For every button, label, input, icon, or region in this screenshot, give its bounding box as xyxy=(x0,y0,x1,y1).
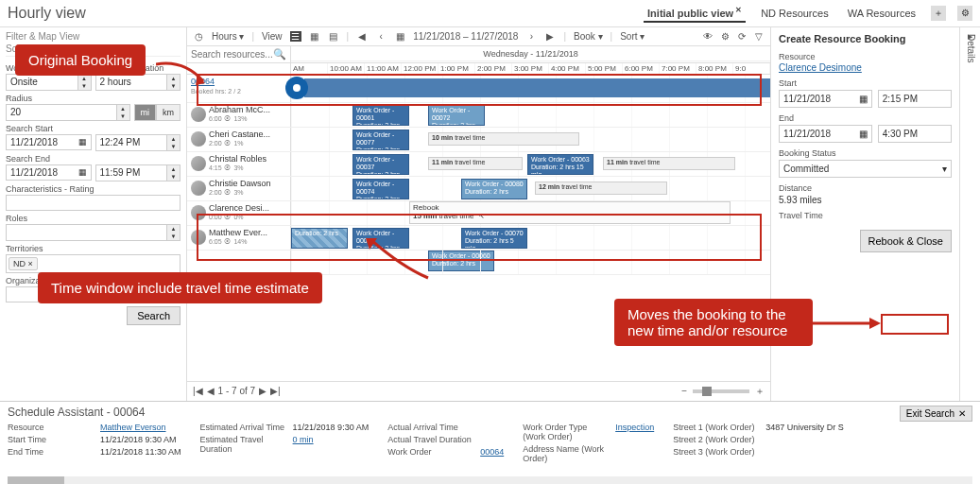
view-list-icon[interactable]: ☰ xyxy=(290,31,301,42)
time-slot: 1:00 PM xyxy=(438,63,475,74)
work-order-bar[interactable]: Work Order - 00061Duration: 2 hrs xyxy=(352,105,409,126)
d-resource-link[interactable]: Matthew Everson xyxy=(100,423,166,432)
calendar-icon[interactable]: ▦ xyxy=(859,129,868,139)
unit-km[interactable]: km xyxy=(156,104,181,121)
schedule-row[interactable]: Cheri Castane... 2:00 ⦿ 1%Work Order - 0… xyxy=(187,128,770,152)
schedule-row[interactable]: Christie Dawson 2:00 ⦿ 3%Work Order - 00… xyxy=(187,177,770,201)
d-wotype-link[interactable]: Inspection xyxy=(615,423,654,441)
zoom-slider[interactable] xyxy=(693,389,749,393)
schedule-row[interactable]: Clarence Desi... 0:00 ⦿ 0%Rebook15 min t… xyxy=(187,201,770,226)
resource-name: Abraham McC... xyxy=(209,106,270,114)
nav-last-icon[interactable]: ▶ xyxy=(544,31,556,42)
travel-band[interactable]: 10 min travel time xyxy=(428,132,579,146)
view-map-icon[interactable]: ▤ xyxy=(328,31,339,42)
territory-tag[interactable]: ND × xyxy=(9,257,38,270)
close-icon[interactable]: ✕ xyxy=(735,6,742,14)
gear-icon[interactable]: ⚙ xyxy=(719,31,731,42)
filter-header: Filter & Map View xyxy=(6,31,181,42)
d-estarr-label: Estimated Arrival Time xyxy=(200,423,287,432)
resource-link[interactable]: Clarence Desimone xyxy=(779,62,862,73)
avatar xyxy=(191,156,206,171)
search-start-date[interactable]: 11/21/2018▦ xyxy=(6,134,92,150)
search-icon[interactable]: 🔍 xyxy=(273,48,286,60)
start-date-input[interactable]: 11/21/2018▦ xyxy=(779,90,872,108)
callout-original-booking: Original Booking xyxy=(15,44,146,76)
zoom-in-icon[interactable]: ＋ xyxy=(755,385,765,398)
work-order-bar[interactable]: Work Order - 00063Duration: 2 hrs 15 min xyxy=(527,154,593,175)
search-start-time[interactable]: 12:24 PM▲▼ xyxy=(95,134,181,151)
pager-last-icon[interactable]: ▶| xyxy=(270,386,281,396)
d-street3-label: Street 3 (Work Order) xyxy=(673,447,760,457)
pager-prev-icon[interactable]: ◀ xyxy=(207,386,215,396)
clock-icon[interactable]: ◷ xyxy=(193,31,204,42)
details-title: Schedule Assistant - 00064 xyxy=(8,406,972,419)
view-grid-icon[interactable]: ▦ xyxy=(309,31,320,42)
booking-marker[interactable] xyxy=(285,77,308,99)
radius-input[interactable]: 20▲▼ xyxy=(6,104,130,121)
territories-label: Territories xyxy=(6,244,181,253)
details-tab[interactable]: ▶ xyxy=(959,27,980,401)
schedule-row[interactable]: Matthew Ever... 6:05 ⦿ 14%Duration: 2 hr… xyxy=(187,226,770,251)
search-button[interactable]: Search xyxy=(127,306,181,325)
nav-prev-icon[interactable]: ‹ xyxy=(375,31,387,42)
work-location-select[interactable]: Onsite▲▼ xyxy=(6,74,92,91)
search-input[interactable] xyxy=(191,49,273,60)
characteristics-input[interactable] xyxy=(6,195,181,211)
roles-select[interactable]: ▲▼ xyxy=(6,224,181,241)
end-time-input[interactable]: 4:30 PM xyxy=(878,125,952,143)
start-label: Start xyxy=(779,78,952,88)
travel-band[interactable]: 12 min travel time xyxy=(535,182,667,195)
work-order-bar[interactable]: Work Order - 00062Duration: 2 hrs xyxy=(352,228,409,249)
unit-mi[interactable]: mi xyxy=(134,104,157,121)
tab-wa-resources[interactable]: WA Resources xyxy=(844,6,920,21)
tab-initial-public[interactable]: Initial public view✕ xyxy=(644,4,746,23)
calendar-icon[interactable]: ▦ xyxy=(78,167,87,177)
details-tab-label[interactable]: Details xyxy=(966,34,976,63)
calendar-icon[interactable]: ▦ xyxy=(394,31,405,42)
work-order-bar[interactable]: Work Order - 00080Duration: 2 hrs xyxy=(461,179,527,199)
search-end-time[interactable]: 11:59 PM▲▼ xyxy=(95,164,181,182)
rebook-close-button[interactable]: Rebook & Close xyxy=(860,230,953,252)
search-end-date[interactable]: 11/21/2018▦ xyxy=(6,164,92,181)
refresh-icon[interactable]: ⟳ xyxy=(736,31,748,42)
close-icon[interactable]: ✕ xyxy=(958,408,966,419)
rebook-band[interactable]: Rebook15 min travel time ↖ xyxy=(409,201,731,224)
status-select[interactable]: Committed▾ xyxy=(779,160,952,178)
nav-next-icon[interactable]: › xyxy=(525,31,537,42)
work-order-bar[interactable]: Work Order - 00037Duration: 2 hrs xyxy=(352,154,409,175)
start-time-input[interactable]: 2:15 PM xyxy=(878,90,952,108)
work-order-bar[interactable]: Duration: 2 hrs xyxy=(291,228,348,249)
calendar-icon[interactable]: ▦ xyxy=(78,137,87,147)
sort-dropdown[interactable]: Sort ▾ xyxy=(620,31,645,42)
pager-first-icon[interactable]: |◀ xyxy=(193,386,203,396)
exit-search-button[interactable]: Exit Search✕ xyxy=(900,406,972,422)
add-tab-button[interactable]: ＋ xyxy=(931,6,946,21)
avail-dur-select[interactable]: 2 hours▲▼ xyxy=(95,74,181,91)
avatar xyxy=(191,181,206,196)
schedule-row[interactable]: Christal Robles 4:15 ⦿ 3%Work Order - 00… xyxy=(187,152,770,177)
zoom-out-icon[interactable]: − xyxy=(681,386,687,396)
nav-first-icon[interactable]: ◀ xyxy=(356,31,368,42)
hours-dropdown[interactable]: Hours ▾ xyxy=(212,31,244,42)
d-wo-link[interactable]: 00064 xyxy=(480,447,504,457)
work-order-bar[interactable]: Work Order - 00070Duration: 2 hrs 5 min xyxy=(461,228,527,249)
travel-band[interactable]: 11 min travel time xyxy=(428,157,523,170)
schedule-row[interactable]: Abraham McC... 6:00 ⦿ 13%Work Order - 00… xyxy=(187,103,770,128)
filter-icon[interactable]: ▽ xyxy=(753,31,765,42)
work-order-bar[interactable]: Work Order - 00072Duration: 2 hrs xyxy=(428,105,485,126)
gear-icon[interactable]: ⚙ xyxy=(957,6,972,21)
end-date-input[interactable]: 11/21/2018▦ xyxy=(779,125,872,143)
tab-nd-resources[interactable]: ND Resources xyxy=(757,6,833,21)
d-addr-label: Address Name (Work Order) xyxy=(523,444,610,463)
calendar-icon[interactable]: ▦ xyxy=(859,94,868,104)
travel-band[interactable]: 11 min travel time xyxy=(603,157,735,170)
search-start-label: Search Start xyxy=(6,124,181,133)
work-order-bar[interactable]: Work Order - 00074Duration: 2 hrs xyxy=(352,179,409,199)
horizontal-scrollbar[interactable] xyxy=(8,476,972,484)
pager-next-icon[interactable]: ▶ xyxy=(259,386,266,396)
eye-icon[interactable]: 👁 xyxy=(702,31,714,42)
time-slot: 6:00 PM xyxy=(623,63,660,74)
work-order-bar[interactable]: Work Order - 00077Duration: 2 hrs xyxy=(352,130,409,150)
book-dropdown[interactable]: Book ▾ xyxy=(574,31,603,42)
d-esttrav-value[interactable]: 0 min xyxy=(293,435,314,454)
